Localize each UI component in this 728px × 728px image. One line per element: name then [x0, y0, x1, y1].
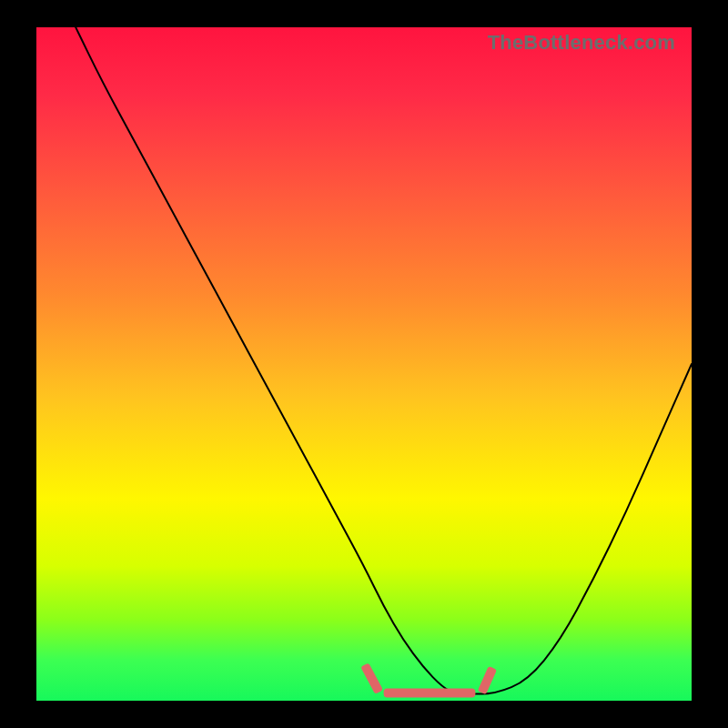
optimum-marker-strip [384, 689, 476, 698]
optimum-marker-left [360, 662, 383, 694]
chart-plot-area: TheBottleneck.com [36, 27, 692, 701]
chart-svg-layer [36, 27, 692, 701]
chart-frame: TheBottleneck.com [0, 0, 728, 728]
bottleneck-curve [76, 27, 692, 694]
optimum-marker-right [478, 666, 497, 694]
